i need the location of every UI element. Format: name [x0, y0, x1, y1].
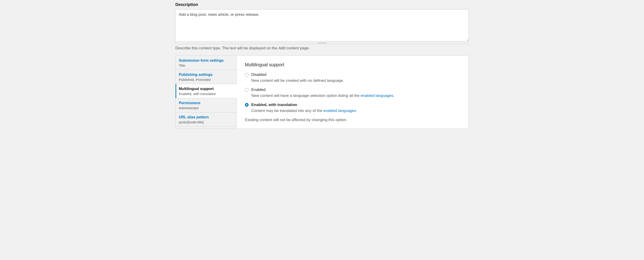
tab-url-alias-pattern[interactable]: URL alias pattern posts/[node:title]	[176, 112, 236, 126]
radio-option-enabled-with-translation[interactable]: Enabled, with translation Content may be…	[245, 103, 460, 113]
tab-title: Submission form settings	[179, 59, 233, 63]
tab-publishing-settings[interactable]: Publishing settings Published, Promoted	[176, 70, 236, 84]
pane-heading: Multilingual support	[245, 62, 460, 67]
vertical-tabs: Submission form settings Title Publishin…	[175, 56, 469, 129]
tab-title: Permissions	[179, 101, 233, 105]
radio-description: New content will have a language selecti…	[251, 93, 460, 98]
description-label: Description	[175, 2, 469, 7]
radio-description: Content may be translated into any of th…	[251, 108, 460, 113]
tab-summary: Administrator	[179, 106, 233, 110]
vertical-tabs-menu: Submission form settings Title Publishin…	[176, 56, 237, 129]
radio-icon	[245, 88, 248, 92]
pane-note: Existing content will not be affected by…	[245, 118, 460, 122]
radio-description: New content will be created with no defi…	[251, 78, 460, 83]
radio-option-enabled[interactable]: Enabled New content will have a language…	[245, 87, 460, 98]
tab-multilingual-support[interactable]: Multilingual support Enabled, with trans…	[176, 84, 237, 98]
tab-summary: Published, Promoted	[179, 78, 233, 82]
radio-icon	[245, 73, 248, 77]
tab-title: URL alias pattern	[179, 115, 233, 119]
radio-option-disabled[interactable]: Disabled New content will be created wit…	[245, 72, 460, 83]
enabled-languages-link[interactable]: enabled languages	[360, 93, 394, 98]
multilingual-support-pane: Multilingual support Disabled New conten…	[237, 56, 468, 129]
tab-title: Publishing settings	[179, 73, 233, 77]
radio-label: Enabled	[251, 87, 460, 92]
tab-title: Multilingual support	[179, 87, 233, 91]
tab-summary: Enabled, with translation	[179, 92, 233, 96]
radio-icon	[245, 103, 248, 107]
tab-submission-form-settings[interactable]: Submission form settings Title	[176, 56, 236, 70]
enabled-languages-link[interactable]: enabled languages	[323, 108, 356, 113]
radio-label: Disabled	[251, 72, 460, 77]
description-help-text: Describe this content type. The text wil…	[175, 46, 469, 51]
tab-summary: Title	[179, 64, 233, 67]
grip-icon	[318, 43, 326, 43]
radio-label: Enabled, with translation	[251, 103, 460, 107]
tab-permissions[interactable]: Permissions Administrator	[176, 98, 236, 112]
textarea-resize-handle[interactable]	[175, 42, 469, 44]
description-textarea[interactable]	[175, 9, 469, 41]
tab-summary: posts/[node:title]	[179, 120, 233, 124]
